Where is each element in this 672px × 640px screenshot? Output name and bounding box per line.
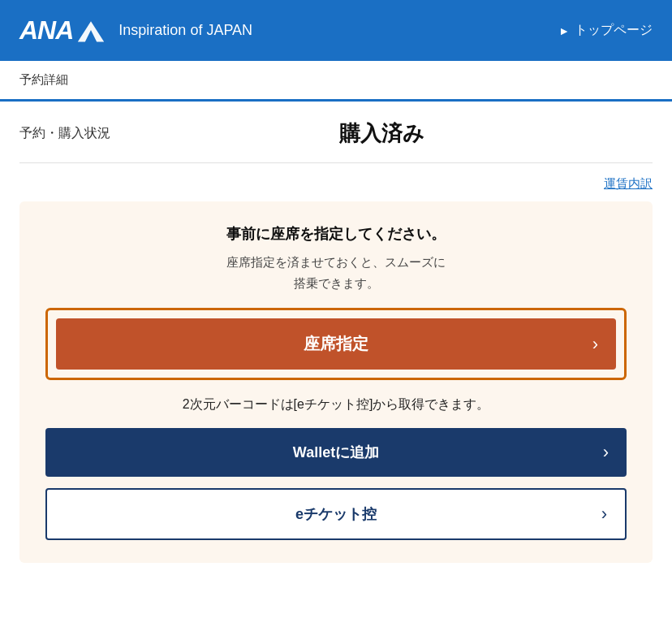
header-left: ANA Inspiration of JAPAN — [19, 15, 252, 45]
seat-title: 事前に座席を指定してください。 — [45, 224, 627, 244]
status-value: 購入済み — [110, 119, 653, 148]
nav-arrow-icon: ► — [558, 24, 570, 37]
barcode-info: 2次元バーコードは[eチケット控]から取得できます。 — [45, 396, 627, 413]
eticket-button[interactable]: eチケット控 › — [45, 488, 627, 540]
wallet-button-arrow-icon: › — [603, 442, 609, 463]
ticket-button-arrow-icon: › — [601, 504, 607, 525]
fare-link[interactable]: 運賃内訳 — [604, 176, 653, 190]
nav-label: トップページ — [575, 22, 653, 39]
seat-button-label: 座席指定 — [304, 333, 368, 355]
ticket-button-label: eチケット控 — [295, 504, 377, 524]
status-label: 予約・購入状況 — [19, 125, 110, 142]
breadcrumb: 予約詳細 — [0, 61, 672, 102]
seat-button-wrapper: 座席指定 › — [45, 308, 627, 380]
wallet-button-label: Walletに追加 — [293, 443, 379, 462]
ana-logo: ANA — [19, 15, 106, 45]
header-tagline: Inspiration of JAPAN — [118, 22, 252, 39]
wallet-add-button[interactable]: Walletに追加 › — [45, 428, 627, 477]
status-row: 予約・購入状況 購入済み — [19, 102, 653, 163]
fare-link-row: 運賃内訳 — [19, 163, 653, 201]
ana-logo-text: ANA — [19, 15, 73, 45]
header: ANA Inspiration of JAPAN ► トップページ — [0, 0, 672, 61]
seat-info: 事前に座席を指定してください。 座席指定を済ませておくと、スムーズに 搭乗できま… — [45, 224, 627, 293]
top-page-nav[interactable]: ► トップページ — [558, 22, 653, 39]
ana-wing-icon — [76, 18, 106, 44]
seat-button-arrow-icon: › — [592, 334, 598, 355]
seat-assignment-button[interactable]: 座席指定 › — [56, 318, 616, 370]
seat-description: 座席指定を済ませておくと、スムーズに 搭乗できます。 — [45, 252, 627, 293]
svg-marker-0 — [78, 21, 104, 41]
main-content: 予約・購入状況 購入済み 運賃内訳 事前に座席を指定してください。 座席指定を済… — [0, 102, 672, 563]
seat-desc-line1: 座席指定を済ませておくと、スムーズに — [226, 255, 446, 269]
breadcrumb-label: 予約詳細 — [19, 72, 68, 86]
seat-desc-line2: 搭乗できます。 — [294, 276, 379, 290]
card: 事前に座席を指定してください。 座席指定を済ませておくと、スムーズに 搭乗できま… — [19, 201, 653, 563]
